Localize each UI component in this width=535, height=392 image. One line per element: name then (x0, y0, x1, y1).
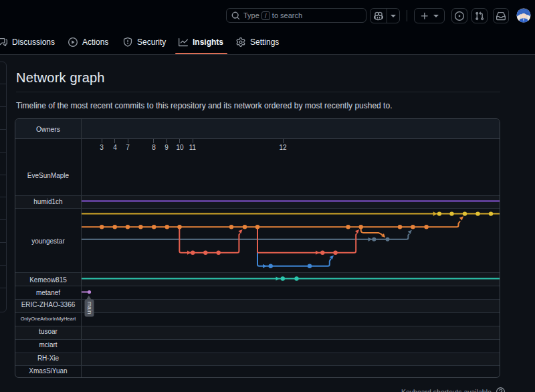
svg-text:main: main (86, 302, 93, 314)
